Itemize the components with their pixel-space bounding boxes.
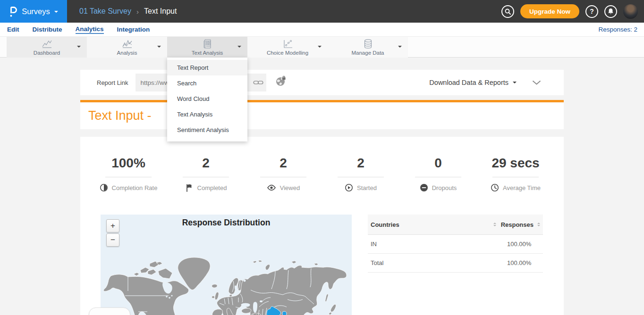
questionpro-logo [9, 5, 17, 18]
countries-table: Countries Responses IN 100.00% Total 100… [368, 215, 543, 273]
database-icon [328, 39, 408, 49]
notifications-button[interactable] [604, 5, 617, 18]
menu-item-text-report[interactable]: Text Report [167, 60, 247, 75]
chevron-down-icon[interactable] [237, 46, 241, 50]
tab-manage-data[interactable]: Manage Data [328, 37, 408, 58]
stat-started: 2 Started [322, 156, 399, 192]
world-map [101, 215, 352, 315]
search-icon [505, 8, 511, 15]
play-circle-icon [345, 183, 353, 192]
countries-column-header[interactable]: Countries [371, 221, 493, 228]
chevron-down-icon[interactable] [398, 46, 402, 50]
brand-label: Surveys [22, 7, 50, 16]
topbar: Surveys 01 Take Survey › Text Input Upgr… [0, 0, 644, 23]
table-row: Total 100.00% [368, 254, 543, 273]
report-link-label: Report Link [97, 79, 128, 86]
globe-settings-button[interactable] [275, 76, 287, 89]
clock-icon [491, 183, 499, 192]
flag-icon [185, 183, 194, 192]
menu-item-search[interactable]: Search [167, 75, 247, 91]
nav-item-analytics[interactable]: Analytics [76, 25, 104, 34]
area-chart-icon [87, 39, 167, 49]
sort-icon[interactable] [493, 223, 496, 226]
nav-item-integration[interactable]: Integration [117, 26, 150, 33]
page-title: Text Input - [88, 108, 152, 123]
tab-dashboard[interactable]: Dashboard [7, 37, 87, 58]
collapse-section-button[interactable] [532, 80, 541, 85]
countries-table-header: Countries Responses [368, 215, 543, 235]
line-chart-icon [7, 39, 87, 49]
stat-completion-rate: 100% Completion Rate [90, 156, 167, 192]
avatar[interactable] [623, 4, 638, 19]
search-button[interactable] [501, 5, 514, 18]
map-zoom-in-button[interactable]: + [106, 219, 119, 232]
stat-dropouts: 0 Dropouts [399, 156, 477, 192]
breadcrumb-survey[interactable]: 01 Take Survey [79, 7, 131, 16]
link-icon [253, 80, 263, 85]
tab-choice-modelling[interactable]: Choice Modelling [247, 37, 328, 58]
stats-row: 100% Completion Rate 2 Completed [90, 137, 554, 192]
eye-icon [267, 183, 276, 192]
question-title-bar: Text Input - [80, 102, 564, 129]
map-zoom-out-button[interactable]: − [106, 233, 119, 247]
breadcrumb-separator: › [136, 8, 139, 16]
tab-text-analysis[interactable]: Text Analysis [167, 37, 247, 58]
text-report-icon [167, 39, 247, 49]
chevron-down-icon [532, 80, 541, 85]
report-link-bar: Report Link Download Data & Reports [80, 70, 564, 95]
map-tooltip [89, 307, 130, 315]
menu-item-word-cloud[interactable]: Word Cloud [167, 91, 247, 107]
survey-nav: Edit Distribute Analytics Integration Re… [0, 23, 644, 36]
chevron-down-icon[interactable] [318, 46, 322, 50]
chevron-down-icon[interactable] [77, 46, 81, 50]
menu-item-sentiment-analysis[interactable]: Sentiment Analysis [167, 122, 247, 138]
help-button[interactable]: ? [585, 5, 598, 18]
table-row: IN 100.00% [368, 235, 543, 254]
copy-link-button[interactable] [250, 74, 266, 91]
sort-icon[interactable] [537, 223, 540, 226]
responses-column-header[interactable]: Responses [501, 221, 534, 228]
chevron-down-icon [513, 82, 517, 85]
analytics-toolbar: Dashboard Analysis Text Analysis [0, 36, 644, 58]
chevron-down-icon [54, 11, 58, 15]
tab-analysis[interactable]: Analysis [87, 37, 167, 58]
globe-lock-icon [275, 76, 287, 87]
stat-viewed: 2 Viewed [245, 156, 322, 192]
download-data-reports-button[interactable]: Download Data & Reports [429, 79, 517, 86]
stat-completed: 2 Completed [167, 156, 245, 192]
chevron-down-icon[interactable] [157, 46, 161, 50]
response-distribution-map[interactable]: Response Distribution + − [101, 215, 352, 315]
scatter-chart-icon [247, 39, 328, 49]
breadcrumb: 01 Take Survey › Text Input [79, 7, 177, 16]
breadcrumb-current: Text Input [144, 7, 177, 16]
dashboard-card: 100% Completion Rate 2 Completed [80, 137, 564, 315]
brand-menu[interactable]: Surveys [0, 0, 67, 23]
stat-average-time: 29 secs Average Time [477, 156, 554, 192]
responses-count: Responses: 2 [598, 26, 637, 33]
minus-circle-icon [420, 183, 428, 192]
text-analysis-menu: Text Report Search Word Cloud Text Analy… [167, 58, 247, 141]
nav-item-distribute[interactable]: Distribute [33, 26, 62, 33]
upgrade-now-button[interactable]: Upgrade Now [520, 4, 579, 18]
menu-item-text-analysis[interactable]: Text Analysis [167, 107, 247, 122]
nav-item-edit[interactable]: Edit [7, 26, 19, 33]
bell-icon [608, 8, 614, 15]
completion-rate-icon [100, 183, 108, 192]
